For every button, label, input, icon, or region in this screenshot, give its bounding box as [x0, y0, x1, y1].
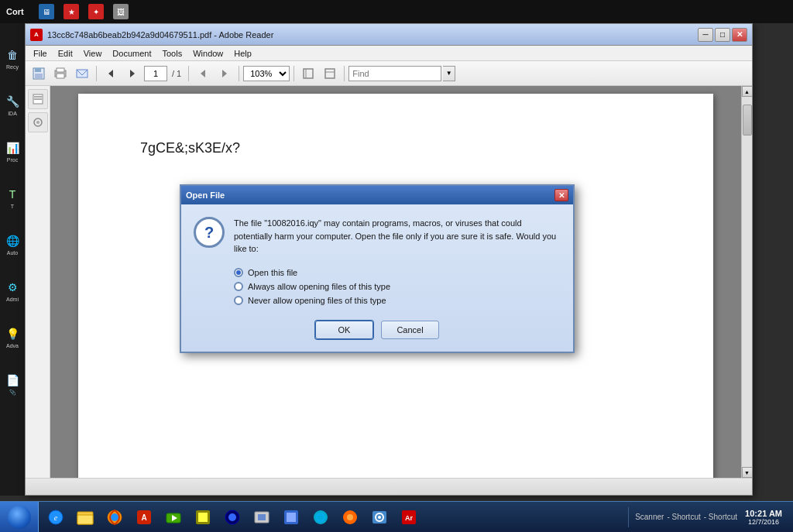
dialog-options: Open this file Always allow opening file… — [234, 268, 561, 305]
minimize-button[interactable]: ─ — [698, 28, 713, 42]
svg-text:✦: ✦ — [93, 8, 99, 16]
menu-tools[interactable]: Tools — [158, 48, 187, 59]
taskbar-app4-icon[interactable] — [218, 503, 246, 531]
top-bar-icons: 🖥 ★ ✦ 🖼 — [30, 3, 137, 20]
toolbar-email-btn[interactable] — [72, 64, 92, 83]
toolbar-forward-btn[interactable] — [215, 64, 235, 83]
taskbar-app7-icon[interactable]: 🌐 — [307, 503, 335, 531]
find-dropdown[interactable]: ▼ — [443, 66, 455, 81]
menu-file[interactable]: File — [29, 48, 52, 59]
top-bar-label: Cort — [0, 7, 30, 16]
svg-marker-16 — [130, 70, 135, 77]
taskbar-app2-icon[interactable] — [160, 503, 187, 531]
top-bar-icon-3[interactable]: ✦ — [88, 3, 105, 20]
dialog-buttons: OK Cancel — [194, 317, 561, 339]
toolbar-sep-3 — [239, 66, 239, 81]
menu-document[interactable]: Document — [108, 48, 156, 59]
svg-rect-46 — [291, 513, 296, 517]
scrollbar-up-btn[interactable]: ▲ — [742, 86, 753, 97]
toolbar-prev-page-btn[interactable] — [101, 64, 121, 83]
close-button[interactable]: ✕ — [732, 28, 747, 42]
svg-rect-24 — [34, 96, 42, 98]
desktop-icon-proc-label: Proc — [7, 157, 18, 163]
svg-text:e: e — [54, 513, 58, 522]
scrollbar-right: ▲ ▼ — [741, 86, 752, 478]
dialog-cancel-btn[interactable]: Cancel — [381, 321, 439, 339]
pdf-panel-btn-2[interactable] — [28, 112, 48, 132]
desktop-icon-proc[interactable]: 📊 Proc — [2, 132, 23, 172]
dialog-option-1-label: Open this file — [248, 268, 297, 277]
find-input[interactable] — [348, 66, 441, 81]
taskbar-app6-icon[interactable] — [277, 503, 305, 531]
menu-bar: File Edit View Document Tools Window Hel… — [26, 46, 752, 61]
taskbar-date-value: 12/7/2016 — [745, 518, 782, 526]
taskbar-app5-icon[interactable] — [248, 503, 276, 531]
scrollbar-down-btn[interactable]: ▼ — [742, 467, 753, 478]
svg-rect-21 — [325, 69, 335, 78]
desktop-icon-adva[interactable]: 💡 Adva — [2, 317, 23, 358]
dialog-option-3-label: Never allow opening files of this type — [248, 296, 386, 305]
page-total-label: / 1 — [169, 69, 184, 78]
toolbar-fit-width-btn[interactable] — [320, 64, 340, 83]
start-button[interactable] — [0, 502, 39, 533]
svg-text:A: A — [141, 513, 146, 522]
taskbar-app1-icon[interactable]: A — [130, 503, 158, 531]
toolbar-back-btn[interactable] — [193, 64, 213, 83]
dialog-titlebar[interactable]: Open File ✕ — [181, 186, 573, 204]
menu-edit[interactable]: Edit — [53, 48, 77, 59]
desktop-icon-admi-label: Admi — [6, 297, 19, 303]
desktop-icon-recycle[interactable]: 🗑 Recy — [2, 39, 23, 79]
scrollbar-track[interactable] — [742, 97, 753, 467]
taskbar-firefox-icon[interactable] — [101, 503, 129, 531]
top-bar-icon-1[interactable]: 🖥 — [38, 3, 55, 20]
dialog-message: The file "10082016.iqy" may contain prog… — [234, 217, 561, 256]
start-orb — [8, 506, 31, 529]
toolbar-print-btn[interactable] — [50, 64, 70, 83]
svg-point-52 — [347, 514, 353, 520]
toolbar-save-btn[interactable] — [29, 64, 49, 83]
dialog-radio-2[interactable] — [234, 282, 243, 291]
svg-rect-45 — [287, 513, 291, 517]
page-number-input[interactable] — [144, 66, 167, 81]
taskbar-explorer-icon[interactable] — [71, 503, 99, 531]
dialog-option-2[interactable]: Always allow opening files of this type — [234, 282, 561, 291]
desktop-icon-paper-label: 📎 — [9, 390, 16, 396]
svg-rect-31 — [77, 515, 93, 524]
svg-rect-39 — [198, 513, 208, 522]
toolbar-next-page-btn[interactable] — [122, 64, 142, 83]
menu-window[interactable]: Window — [188, 48, 228, 59]
svg-text:🖥: 🖥 — [43, 8, 50, 16]
svg-marker-17 — [201, 70, 205, 77]
taskbar-app9-icon[interactable] — [366, 503, 393, 531]
dialog-radio-3[interactable] — [234, 296, 243, 305]
menu-help[interactable]: Help — [229, 48, 256, 59]
dialog-option-3[interactable]: Never allow opening files of this type — [234, 296, 561, 305]
desktop-icon-t[interactable]: T T — [2, 178, 23, 218]
svg-rect-43 — [258, 514, 266, 520]
pdf-panel-btn-1[interactable] — [28, 89, 48, 109]
top-bar-icon-4[interactable]: 🖼 — [112, 3, 129, 20]
dialog-close-btn[interactable]: ✕ — [554, 189, 568, 201]
dialog-radio-1[interactable] — [234, 268, 243, 277]
top-bar-icon-2[interactable]: ★ — [63, 3, 80, 20]
scrollbar-thumb[interactable] — [743, 105, 752, 136]
menu-view[interactable]: View — [79, 48, 107, 59]
taskbar-ie-icon[interactable]: e — [42, 503, 70, 531]
window-titlebar[interactable]: A 13cc8c748ab6beab2b942a9d04679511.pdf -… — [26, 24, 752, 46]
dialog-ok-btn[interactable]: OK — [315, 321, 373, 339]
maximize-button[interactable]: □ — [715, 28, 730, 42]
desktop-icon-adva-label: Adva — [6, 343, 19, 349]
taskbar-app3-icon[interactable] — [189, 503, 217, 531]
zoom-select[interactable]: 103% 100% 75% 50% 125% — [243, 66, 290, 81]
taskbar-adobe-icon[interactable]: Ar — [395, 503, 423, 531]
dialog-icon-symbol: ? — [204, 224, 214, 242]
taskbar-app8-icon[interactable] — [336, 503, 364, 531]
toolbar-fit-page-btn[interactable] — [298, 64, 318, 83]
desktop-icon-paper[interactable]: 📄 📎 — [2, 364, 23, 404]
desktop-icon-ida[interactable]: 🔧 IDA — [2, 85, 23, 125]
svg-rect-12 — [57, 68, 64, 72]
dialog-option-1[interactable]: Open this file — [234, 268, 561, 277]
desktop-icon-w[interactable]: 🌐 Auto — [2, 225, 23, 265]
desktop-icon-admi[interactable]: ⚙ Admi — [2, 271, 23, 311]
dialog-title: Open File — [186, 190, 225, 200]
